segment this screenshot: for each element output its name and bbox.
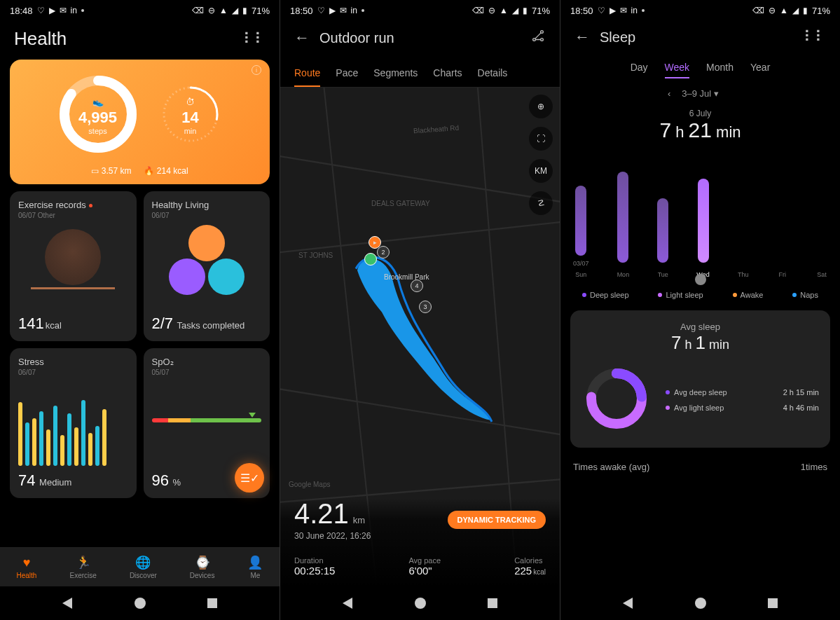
dnd-icon: ⊖ <box>208 6 215 15</box>
tab-route[interactable]: Route <box>294 62 320 87</box>
signal-icon: ◢ <box>232 6 238 15</box>
battery-percent: 71% <box>252 6 270 16</box>
period-tabs: Day Week Month Year <box>560 56 840 84</box>
date-range[interactable]: 3–9 Jul ▾ <box>682 88 719 99</box>
dynamic-tracking-button[interactable]: DYNAMIC TRACKING <box>448 511 546 529</box>
svg-point-4 <box>533 39 536 41</box>
dot-icon <box>666 406 670 410</box>
status-bar: 18:50♡▶✉in ⌫⊖▲◢▮71% <box>280 0 560 21</box>
page-title: Outdoor run <box>319 30 394 46</box>
sys-back[interactable] <box>623 598 633 609</box>
status-bar: 18:50♡▶✉in ⌫⊖▲◢▮71% <box>560 0 840 21</box>
sunset-icon <box>45 229 101 285</box>
map-layers-button[interactable]: ⛶ <box>529 127 553 151</box>
nav-me[interactable]: 👤Me <box>247 555 263 579</box>
app-header: Health ⠇⠇ <box>0 21 280 60</box>
spo2-gauge <box>152 418 262 422</box>
tab-year[interactable]: Year <box>750 62 770 78</box>
system-nav <box>0 586 280 620</box>
nav-exercise[interactable]: 🏃Exercise <box>69 555 96 579</box>
date-nav: ‹ 3–9 Jul ▾ › <box>560 88 840 99</box>
map-locate-button[interactable]: ⊕ <box>529 95 553 118</box>
share-icon[interactable] <box>530 28 546 48</box>
tab-segments[interactable]: Segments <box>373 62 418 87</box>
nav-health[interactable]: ♥Health <box>17 556 37 579</box>
route-km-marker: 2 <box>377 246 390 259</box>
activity-card[interactable]: i 👟4,995steps ⏱14min ▭ 3.57 km 🔥 214 kca… <box>10 60 270 184</box>
sys-home[interactable] <box>135 598 146 609</box>
tab-details[interactable]: Details <box>478 62 508 87</box>
sys-home[interactable] <box>415 598 426 609</box>
heart-icon: ♥ <box>23 556 31 570</box>
clover-icon <box>172 225 242 295</box>
heart-icon: ♡ <box>37 6 45 15</box>
back-icon[interactable]: ← <box>294 29 310 47</box>
metric-calories: Calories225kcal <box>514 556 546 577</box>
globe-icon: 🌐 <box>135 555 151 570</box>
avg-sleep-ring <box>581 364 652 436</box>
sys-recent[interactable] <box>207 598 217 608</box>
sys-back[interactable] <box>62 598 72 609</box>
avg-sleep-card[interactable]: Avg sleep 7 h 1 min Avg deep sleep2 h 15… <box>570 310 830 448</box>
system-nav <box>280 586 560 620</box>
tab-day[interactable]: Day <box>631 62 648 78</box>
page-title: Health <box>14 28 67 50</box>
minutes-ring: ⏱14min <box>157 81 224 151</box>
sys-recent[interactable] <box>488 598 497 608</box>
sys-back[interactable] <box>343 598 352 609</box>
selected-date: 6 July <box>560 109 840 118</box>
exercise-records-card[interactable]: Exercise records 06/07 Other 141kcal <box>10 191 137 341</box>
map-label: Brookmill Park <box>384 273 429 281</box>
run-timestamp: 30 June 2022, 16:26 <box>294 531 546 541</box>
map-km-button[interactable]: KM <box>529 159 553 183</box>
tab-charts[interactable]: Charts <box>433 62 462 87</box>
nav-devices[interactable]: ⌚Devices <box>190 555 215 579</box>
route-km-marker: 4 <box>411 280 423 292</box>
more-icon[interactable]: ⠇⠇ <box>243 30 266 48</box>
prev-range-button[interactable]: ‹ <box>668 88 670 99</box>
person-icon: 👤 <box>247 555 263 570</box>
sys-recent[interactable] <box>768 598 778 608</box>
stress-card[interactable]: Stress 06/07 74 Medium <box>10 348 137 498</box>
sys-home[interactable] <box>695 598 706 609</box>
status-bar: 18:48 ♡ ▶ ✉ in ⌫ ⊖ ▲ ◢ ▮ 71% <box>0 0 280 21</box>
tab-week[interactable]: Week <box>665 62 690 78</box>
metric-duration: Duration00:25:15 <box>294 556 335 577</box>
sleep-chart[interactable]: 03/07SunMonTueWedThuFriSat <box>570 159 830 278</box>
spo2-card[interactable]: SpO₂ 05/07 96 % ☰✓ <box>144 348 270 498</box>
distance-stat: ▭ 3.57 km <box>91 166 131 176</box>
steps-ring: 👟4,995steps <box>56 72 140 159</box>
tab-month[interactable]: Month <box>706 62 734 78</box>
status-time: 18:50 <box>570 6 593 16</box>
linkedin-icon: in <box>71 6 77 15</box>
screen-health: 18:48 ♡ ▶ ✉ in ⌫ ⊖ ▲ ◢ ▮ 71% Health ⠇⠇ i… <box>0 0 280 620</box>
svg-point-5 <box>541 31 544 34</box>
calories-stat: 🔥 214 kcal <box>144 166 188 176</box>
back-icon[interactable]: ← <box>574 28 590 46</box>
info-icon[interactable]: i <box>252 65 261 75</box>
healthy-living-card[interactable]: Healthy Living 06/07 2/7 Tasks completed <box>144 191 270 341</box>
route-map[interactable]: DEALS GATEWAY ST JOHNS Brookmill Park Go… <box>280 88 560 586</box>
dot-icon <box>666 390 670 394</box>
route-end-marker <box>364 253 377 266</box>
status-time: 18:48 <box>10 6 33 16</box>
tab-pace[interactable]: Pace <box>336 62 358 87</box>
screen-sleep: 18:50♡▶✉in ⌫⊖▲◢▮71% ← Sleep ⠇⠇ Day Week … <box>560 0 840 620</box>
stopwatch-icon: ⏱ <box>186 97 195 107</box>
map-label: ST JOHNS <box>298 252 333 259</box>
more-icon[interactable]: ⠇⠇ <box>804 28 826 46</box>
status-time: 18:50 <box>290 6 313 16</box>
map-route-button[interactable]: ☡ <box>529 191 553 215</box>
route-km-marker: 3 <box>419 301 432 313</box>
map-label: DEALS GATEWAY <box>371 200 430 207</box>
page-title: Sleep <box>600 29 635 46</box>
nav-discover[interactable]: 🌐Discover <box>130 555 157 579</box>
fab-checklist-button[interactable]: ☰✓ <box>235 463 264 492</box>
youtube-icon: ▶ <box>49 6 55 15</box>
times-awake-row[interactable]: Times awake (avg) 1times <box>560 452 840 482</box>
bluetooth-icon: ⌫ <box>192 6 204 15</box>
system-nav <box>560 586 840 620</box>
battery-icon: ▮ <box>242 6 247 15</box>
shoe-icon: 👟 <box>92 97 104 107</box>
screen-run: 18:50♡▶✉in ⌫⊖▲◢▮71% ← Outdoor run Route … <box>280 0 560 620</box>
